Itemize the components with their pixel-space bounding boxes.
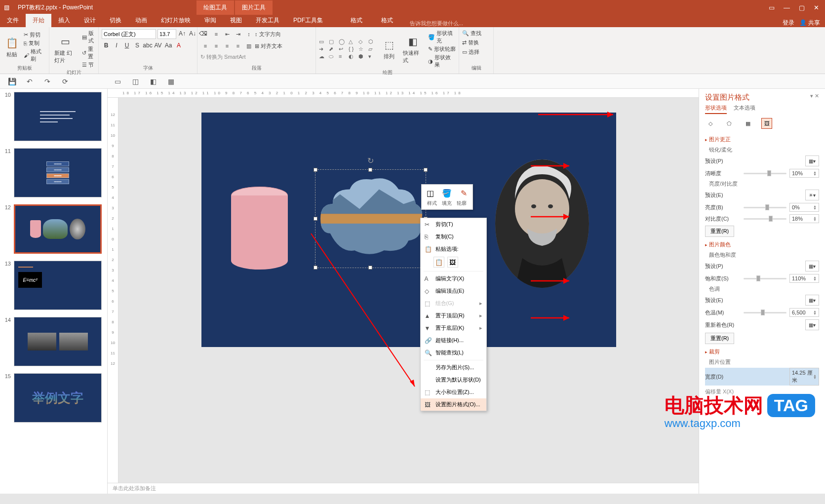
- recolor-button[interactable]: ▦▾: [805, 319, 819, 330]
- crop-width-value[interactable]: 14.25 厘米▲▼: [789, 368, 819, 386]
- rotate-handle-icon[interactable]: ↻: [367, 156, 374, 165]
- spacing-button[interactable]: AV: [154, 41, 162, 50]
- section-crop[interactable]: 裁剪: [705, 348, 819, 355]
- qat-icon-5[interactable]: ▦: [166, 77, 176, 86]
- arrange-button[interactable]: ⬚排列: [380, 37, 398, 61]
- picture-icon[interactable]: 🖼: [761, 118, 772, 129]
- font-family-select[interactable]: [102, 29, 156, 39]
- ctx-size-pos[interactable]: ⬚大小和位置(Z)...: [421, 386, 486, 398]
- slide-thumbnails-panel[interactable]: 10 ▬▬▬▬▬▬▬▬▬▬▬▬▬▬▬▬▬▬▬▬▬▬▬▬▬▬▬▬▬▬▬▬▬▬▬▬▬…: [0, 89, 108, 494]
- qat-icon-2[interactable]: ▭: [113, 77, 122, 86]
- ctx-smart-lookup[interactable]: 🔍智能查找(L): [421, 347, 486, 359]
- shape-fill-button[interactable]: 🪣 形状填充: [428, 29, 456, 45]
- smartart-button[interactable]: ↻ 转换为 SmartArt: [200, 53, 245, 61]
- case-button[interactable]: Aa: [164, 41, 173, 50]
- align-left-button[interactable]: ≡: [200, 41, 210, 51]
- tab-format-pic[interactable]: 格式: [374, 14, 400, 27]
- tab-file[interactable]: 文件: [0, 14, 26, 27]
- qat-icon-3[interactable]: ◫: [130, 77, 140, 86]
- slide-thumb-13[interactable]: ▬▬▬▬▬ E=mc²: [14, 261, 102, 310]
- tab-view[interactable]: 视图: [223, 14, 249, 27]
- redo-icon[interactable]: ↷: [42, 77, 52, 86]
- numbering-button[interactable]: ≡: [211, 29, 221, 39]
- ctx-edit-points[interactable]: ◇编辑顶点(E): [421, 285, 486, 297]
- align-justify-button[interactable]: ≡: [233, 41, 243, 51]
- bold-button[interactable]: B: [102, 41, 111, 50]
- ctx-send-back[interactable]: ▼置于底层(K)▸: [421, 322, 486, 334]
- picture-tools-tab[interactable]: 图片工具: [235, 0, 273, 15]
- contrast-slider[interactable]: [744, 218, 786, 220]
- tab-transition[interactable]: 切换: [103, 14, 128, 27]
- drawing-tools-tab[interactable]: 绘图工具: [196, 0, 234, 15]
- text-direction-button[interactable]: ↕ 文字方向: [255, 29, 281, 39]
- reset-slide-button[interactable]: ↺ 重置: [82, 45, 95, 61]
- slide-thumb-10[interactable]: ▬▬▬▬▬▬▬▬▬▬▬▬▬▬▬▬▬▬▬▬▬▬▬▬▬▬▬▬▬▬▬▬▬▬▬▬▬▬▬: [14, 92, 102, 141]
- oval-portrait[interactable]: [495, 159, 589, 288]
- find-button[interactable]: 🔍 查找: [462, 29, 481, 38]
- panel-close-icon[interactable]: ▾ ✕: [810, 93, 819, 102]
- cloud-picture-selected[interactable]: ↻: [315, 169, 426, 268]
- panel-tab-text[interactable]: 文本选项: [734, 104, 755, 114]
- saturation-slider[interactable]: [744, 278, 786, 279]
- bright-preset-button[interactable]: ☀▾: [805, 190, 819, 200]
- format-painter-button[interactable]: 🖌 格式刷: [24, 47, 46, 63]
- panel-tab-shape[interactable]: 形状选项: [705, 104, 727, 114]
- ctx-edit-text[interactable]: A编辑文字(X): [421, 272, 486, 285]
- slide-thumb-12[interactable]: [14, 204, 102, 254]
- qat-icon-1[interactable]: ⟳: [60, 77, 70, 86]
- cut-button[interactable]: ✂ 剪切: [24, 31, 46, 39]
- select-button[interactable]: ▭ 选择: [462, 48, 479, 56]
- saturation-value[interactable]: 110%▲▼: [789, 274, 819, 283]
- maximize-icon[interactable]: ▢: [799, 4, 805, 11]
- close-icon[interactable]: ✕: [814, 4, 819, 11]
- layout-button[interactable]: ▤ 版式: [82, 29, 95, 45]
- sat-preset-button[interactable]: ▦▾: [805, 261, 819, 271]
- qat-icon-4[interactable]: ◧: [148, 77, 158, 86]
- effects-icon[interactable]: ⬠: [724, 118, 735, 129]
- notes-pane[interactable]: 单击此处添加备注: [108, 483, 699, 494]
- tell-me-input[interactable]: 告诉我您想要做什么...: [410, 20, 463, 27]
- ribbon-options-icon[interactable]: ▭: [769, 4, 775, 11]
- save-icon[interactable]: 💾: [7, 77, 17, 86]
- slide-thumb-15[interactable]: 举例文字: [14, 373, 102, 423]
- increase-font-icon[interactable]: A↑: [178, 29, 187, 38]
- font-size-select[interactable]: [157, 29, 176, 39]
- reset-correct-button[interactable]: 重置(R): [705, 226, 734, 237]
- login-button[interactable]: 登录: [783, 19, 794, 27]
- line-spacing-button[interactable]: ↕: [244, 29, 254, 39]
- size-props-icon[interactable]: ▦: [743, 118, 753, 129]
- reset-color-button[interactable]: 重置(R): [705, 333, 734, 344]
- replace-button[interactable]: ⇄ 替换: [462, 39, 479, 47]
- sharpness-value[interactable]: 10%▲▼: [789, 169, 819, 178]
- share-button[interactable]: 👤 共享: [799, 19, 820, 27]
- section-button[interactable]: ☰ 节: [82, 61, 95, 69]
- mini-outline-icon[interactable]: ✎: [458, 187, 470, 199]
- align-right-button[interactable]: ≡: [222, 41, 232, 51]
- align-text-button[interactable]: ⊞ 对齐文本: [255, 42, 282, 50]
- fill-line-icon[interactable]: ◇: [705, 118, 716, 129]
- cylinder-shape[interactable]: [231, 187, 288, 275]
- mini-fill-icon[interactable]: 🪣: [441, 187, 453, 199]
- tab-format-draw[interactable]: 格式: [344, 14, 369, 27]
- ctx-hyperlink[interactable]: 🔗超链接(H)...: [421, 334, 486, 347]
- shadow-button[interactable]: abc: [143, 41, 152, 50]
- ctx-copy[interactable]: ⎘复制(C): [421, 231, 486, 243]
- tab-dev[interactable]: 开发工具: [249, 14, 286, 27]
- new-slide-button[interactable]: ▭新建 幻灯片: [52, 34, 79, 65]
- paste-button[interactable]: 📋粘贴: [3, 35, 21, 59]
- tab-pdf[interactable]: PDF工具集: [286, 14, 330, 27]
- slide-thumb-11[interactable]: ▬▬▬ ▬▬▬ ▬▬▬ ▬▬▬: [14, 148, 102, 197]
- shape-effects-button[interactable]: ◑ 形状效果: [428, 53, 456, 69]
- ctx-format-picture[interactable]: 🖼设置图片格式(O)...: [421, 398, 486, 411]
- temp-slider[interactable]: [744, 312, 786, 313]
- tab-design[interactable]: 设计: [77, 14, 103, 27]
- paste-options[interactable]: 📋🖼: [421, 255, 486, 270]
- current-slide[interactable]: ↻ ◫ 🪣: [201, 113, 616, 347]
- ctx-save-as-pic[interactable]: 另存为图片(S)...: [421, 361, 486, 374]
- ctx-set-default[interactable]: 设置为默认形状(D): [421, 374, 486, 386]
- font-color-button[interactable]: A: [174, 41, 183, 50]
- tab-home[interactable]: 开始: [26, 14, 51, 27]
- indent-dec-button[interactable]: ⇤: [222, 29, 232, 39]
- ctx-bring-front[interactable]: ▲置于顶层(R)▸: [421, 310, 486, 322]
- brightness-slider[interactable]: [744, 207, 786, 208]
